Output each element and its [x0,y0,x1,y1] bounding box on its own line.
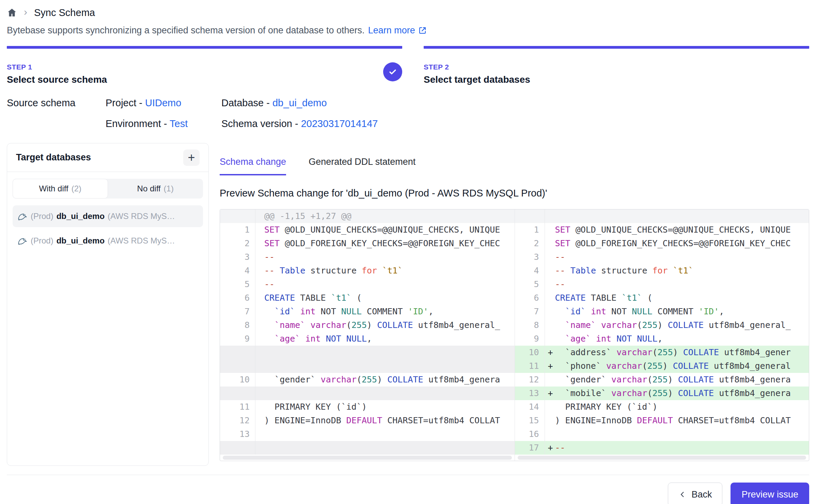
database-list-item[interactable]: (Prod) db_ui_demo (AWS RDS MyS… [13,205,203,227]
code-token [555,334,565,344]
diff-row: 5-- [515,278,809,291]
target-databases-panel: Target databases + With diff (2) No diff… [7,143,209,466]
code-token: `id` [565,306,586,316]
add-target-database-button[interactable]: + [183,149,200,166]
tab-with-diff[interactable]: With diff (2) [13,179,108,199]
line-number: 4 [515,264,545,278]
line-number: 12 [220,414,255,427]
preview-issue-button[interactable]: Preview issue [731,483,809,504]
back-button[interactable]: Back [668,483,722,504]
code-line [255,359,515,373]
code-line [255,427,515,441]
code-token: int [300,306,315,316]
code-token: ) ENGINE=InnoDB [264,415,346,425]
code-token [555,306,565,316]
source-project: Project - UIDemo [106,97,221,109]
code-token: Table [570,266,596,275]
code-token: varchar [611,375,647,384]
step-complete-check-icon [383,62,402,81]
line-number: 16 [515,427,545,441]
back-label: Back [691,489,712,500]
line-number: 3 [515,250,545,264]
diff-row [220,387,515,400]
code-token [321,334,326,344]
code-token: `name` [274,320,305,330]
code-token: `phone` [555,361,607,371]
code-token: varchar [601,320,637,330]
mysql-icon [17,211,28,221]
tab-no-diff[interactable]: No diff (1) [108,179,203,199]
step-1-progress-bar [7,46,402,49]
line-number: 2 [220,237,255,250]
no-diff-label: No diff [137,184,161,193]
line-number: 10 [515,346,545,359]
database-list-item[interactable]: (Prod) db_ui_demo (AWS RDS MyS… [13,230,203,252]
code-token: 'ID' [408,306,428,316]
environment-link[interactable]: Test [170,118,188,129]
project-link[interactable]: UIDemo [145,97,181,108]
scrollbar-thumb[interactable] [223,456,512,460]
tab-generated-ddl[interactable]: Generated DDL statement [309,157,415,175]
added-line-marker: + [548,359,553,373]
code-token: COLLATE [683,347,719,357]
tab-schema-change[interactable]: Schema change [220,157,286,175]
learn-more-link[interactable]: Learn more [368,25,427,36]
code-line: + `phone` varchar(255) COLLATE utf8mb4_g… [545,359,809,373]
diff-row: 9 `age` int NOT NULL, [515,332,809,346]
diff-filter-tabs: With diff (2) No diff (1) [13,179,203,199]
line-number: 8 [515,318,545,332]
code-token: SET [264,238,280,248]
code-token: `age` [565,334,591,344]
code-token: -- [555,279,565,289]
step-1-title: Select source schema [7,74,402,85]
code-token: 'ID' [699,306,719,316]
step-1-label: STEP 1 [7,63,402,71]
code-token [555,320,565,330]
diff-right-pane: 1SET @OLD_UNIQUE_CHECKS=@@UNIQUE_CHECKS,… [515,209,809,461]
code-token: ) [668,388,678,398]
code-token: NOT NULL [326,334,367,344]
horizontal-scrollbar[interactable] [220,455,515,461]
code-line [255,346,515,359]
source-schema-label: Source schema [7,97,106,109]
code-token [264,320,274,330]
line-number: 9 [220,332,255,346]
project-label: Project - [106,97,145,108]
code-token: utf8mb4_genera [714,388,791,398]
scrollbar-thumb[interactable] [518,456,806,460]
code-line: -- Table structure for `t1` [545,264,809,278]
source-schema-summary: Source schema Project - UIDemo Database … [7,97,809,129]
line-number: 7 [220,305,255,318]
code-line: +-- [545,441,809,455]
target-databases-title: Target databases [16,152,91,163]
target-databases-header: Target databases + [7,143,208,172]
line-number: 13 [220,427,255,441]
code-token: 255 [658,347,673,357]
horizontal-scrollbar[interactable] [515,455,809,461]
intro-text: Bytebase supports synchronizing a specif… [7,25,809,36]
line-number [220,209,255,223]
diff-row: 3-- [220,250,515,264]
schema-diff-viewer: @@ -1,15 +1,27 @@1SET @OLD_UNIQUE_CHECKS… [220,209,809,461]
database-name: db_ui_demo [57,211,105,221]
chevron-right-icon: › [24,7,27,17]
home-icon[interactable] [7,7,17,18]
code-token: -- [555,266,565,275]
diff-row: 7 `id` int NOT NULL COMMENT 'ID', [515,305,809,318]
diff-row: 2SET @OLD_FOREIGN_KEY_CHECKS=@@FOREIGN_K… [220,237,515,250]
line-number: 11 [220,400,255,414]
line-number: 6 [515,291,545,305]
code-token: NULL [632,306,652,316]
footer-divider [7,475,809,475]
code-token: 255 [647,361,662,371]
code-line: PRIMARY KEY (`id`) [255,400,515,414]
code-token: ) [377,375,387,384]
code-token [586,306,591,316]
code-line: ) ENGINE=InnoDB DEFAULT CHARSET=utf8mb4 … [545,414,809,427]
code-line: `id` int NOT NULL COMMENT 'ID', [545,305,809,318]
code-token: `name` [565,320,596,330]
schema-version-link[interactable]: 20230317014147 [301,118,378,129]
database-link[interactable]: db_ui_demo [272,97,327,108]
code-token: int [596,334,611,344]
plus-icon: + [188,152,195,164]
